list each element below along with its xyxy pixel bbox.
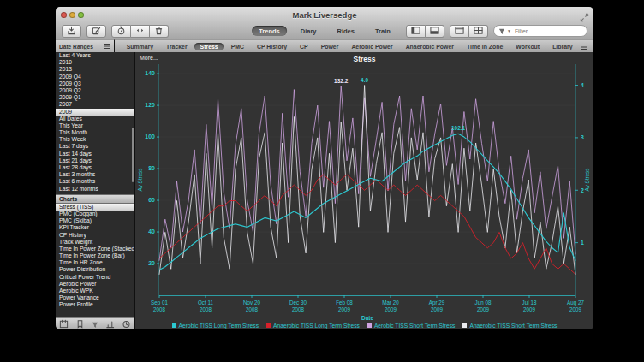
grid-icon [474, 23, 483, 39]
sidebar-header: Date Ranges [56, 39, 115, 52]
svg-text:60: 60 [148, 197, 155, 203]
legend-label: Aerobic TISS Long Term Stress [179, 323, 259, 329]
sidebar-item-time-in-hr-zone[interactable]: Time In HR Zone [56, 259, 134, 266]
sidebar-item-time-in-power-zone-bar-[interactable]: Time In Power Zone (Bar) [56, 252, 134, 259]
funnel-icon [498, 23, 505, 39]
sidebar-item-last-7-days[interactable]: Last 7 days [56, 143, 134, 150]
filter-input[interactable] [513, 27, 582, 35]
sidebar-item-last-4-years[interactable]: Last 4 Years [56, 52, 134, 59]
view-tab-rides[interactable]: Rides [330, 26, 361, 36]
sidebar-item-pmc-skiba-[interactable]: PMC (Skiba) [56, 217, 134, 224]
sidebar-item-time-in-power-zone-stacked-[interactable]: Time In Power Zone (Stacked) [56, 246, 134, 252]
legend-swatch [266, 323, 271, 328]
clock-icon[interactable] [122, 317, 131, 329]
panel-left-button[interactable] [406, 25, 426, 38]
sidebar-item-2007[interactable]: 2007 [56, 101, 134, 108]
sidebar-item-2013[interactable]: 2013 [56, 66, 134, 73]
tab-anaerobic-power[interactable]: Anaerobic Power [400, 43, 459, 50]
sidebar-item-last-28-days[interactable]: Last 28 days [56, 164, 134, 171]
tab-pmc[interactable]: PMC [225, 43, 249, 50]
svg-text:2009: 2009 [338, 306, 351, 312]
sidebar-list: Last 4 Years201020132009 Q42009 Q32009 Q… [56, 52, 134, 317]
trash-button[interactable] [150, 25, 169, 38]
sidebar-item-last-21-days[interactable]: Last 21 days [56, 157, 134, 164]
sidebar-section-charts: Charts [56, 194, 134, 204]
sidebar-item-pmc-coggan-[interactable]: PMC (Coggan) [56, 211, 134, 217]
window-button[interactable] [450, 25, 469, 38]
svg-text:4: 4 [581, 82, 584, 88]
legend-swatch [172, 323, 176, 328]
sidebar-item-power-profile[interactable]: Power Profile [56, 301, 134, 308]
sidebar-item-this-month[interactable]: This Month [56, 129, 134, 136]
view-tab-train[interactable]: Train [368, 26, 397, 36]
svg-text:132.2: 132.2 [334, 78, 349, 84]
svg-text:2009: 2009 [385, 306, 397, 312]
sidebar-item-2009-q2[interactable]: 2009 Q2 [56, 87, 134, 94]
sidebar-item-last-14-days[interactable]: Last 14 days [56, 151, 134, 157]
tab-time-in-zone[interactable]: Time In Zone [461, 43, 508, 50]
sidebar-item-critical-power-trend[interactable]: Critical Power Trend [56, 274, 134, 281]
import-button[interactable] [62, 25, 81, 38]
sidebar-item-aerobic-power[interactable]: Aerobic Power [56, 281, 134, 288]
sidebar-item-track-weight[interactable]: Track Weight [56, 239, 134, 246]
tab-workout[interactable]: Workout [510, 43, 546, 50]
sidebar-item-power-distribution[interactable]: Power Distribution [56, 266, 134, 273]
sidebar-item-aerobic-wpk[interactable]: Aerobic WPK [56, 288, 134, 294]
tab-aerobic-power[interactable]: Aerobic Power [346, 43, 398, 50]
sidebar-item-all-dates[interactable]: All Dates [56, 116, 134, 122]
tab-cp-history[interactable]: CP History [252, 43, 293, 50]
split-icon [135, 23, 145, 39]
svg-text:Feb 08: Feb 08 [336, 300, 353, 306]
sidebar-item-this-year[interactable]: This Year [56, 122, 134, 129]
sidebar-item-this-week[interactable]: This Week [56, 136, 134, 143]
sidebar-item-last-6-months[interactable]: Last 6 months [56, 178, 134, 185]
sidebar-item-last-3-months[interactable]: Last 3 months [56, 171, 134, 178]
sidebar-item-kpi-tracker[interactable]: KPI Tracker [56, 224, 134, 231]
view-tab-diary[interactable]: Diary [294, 26, 324, 36]
filter-field[interactable]: ▼ [493, 25, 587, 37]
tab-stress[interactable]: Stress [194, 43, 224, 50]
sidebar-bottom-toolbar [56, 317, 134, 329]
tab-tracker[interactable]: Tracker [161, 43, 194, 50]
sidebar-scrollbar[interactable] [132, 128, 134, 182]
hamburger-icon[interactable] [103, 43, 110, 50]
calendar-icon[interactable] [59, 317, 69, 329]
tab-power[interactable]: Power [315, 43, 344, 50]
sidebar-item-2009-q4[interactable]: 2009 Q4 [56, 74, 134, 80]
panel-bottom-button[interactable] [426, 25, 444, 38]
view-tab-trends[interactable]: Trends [252, 26, 287, 36]
sidebar-item-2009-q3[interactable]: 2009 Q3 [56, 80, 134, 87]
tab-library[interactable]: Library [547, 43, 578, 50]
svg-text:2008: 2008 [153, 306, 166, 312]
stopwatch-button[interactable] [111, 25, 131, 38]
bookmark-icon[interactable] [75, 317, 85, 329]
edit-icon [92, 23, 101, 39]
svg-text:Mar 20: Mar 20 [382, 300, 399, 306]
tab-cp[interactable]: CP [295, 43, 314, 50]
sidebar-item-stress-tiss-[interactable]: Stress (TISS) [56, 204, 134, 211]
grid-button[interactable] [469, 25, 488, 38]
sidebar-item-last-12-months[interactable]: Last 12 months [56, 186, 134, 193]
tab-summary[interactable]: Summary [121, 43, 158, 50]
funnel-icon[interactable] [92, 317, 98, 329]
toolbar-group-edit [86, 25, 106, 38]
sidebar-item-power-variance[interactable]: Power Variance [56, 294, 134, 301]
sidebar-item-2009[interactable]: 2009 [56, 109, 134, 116]
sidebar-item-2010[interactable]: 2010 [56, 59, 134, 66]
sidebar-item-2009-q1[interactable]: 2009 Q1 [56, 94, 134, 101]
svg-text:Av Stress: Av Stress [137, 169, 143, 192]
title-bar[interactable]: Mark Liversedge [56, 7, 593, 23]
svg-text:Oct 11: Oct 11 [198, 300, 214, 306]
svg-text:Date: Date [361, 315, 373, 321]
window-title: Mark Liversedge [56, 10, 593, 20]
chart-bars-icon[interactable] [105, 317, 115, 329]
chart-pane: More... Stress 204060801001201401234Sep … [135, 52, 593, 329]
svg-text:Apr 29: Apr 29 [429, 300, 445, 306]
fullscreen-icon[interactable] [580, 10, 589, 20]
sidebar-item-cp-history[interactable]: CP History [56, 232, 134, 239]
edit-button[interactable] [86, 25, 106, 38]
svg-text:20: 20 [148, 260, 155, 266]
split-button[interactable] [131, 25, 150, 38]
stress-chart[interactable]: 204060801001201401234Sep 012008Oct 11200… [135, 52, 593, 329]
caret-down-icon[interactable]: ▼ [507, 29, 511, 33]
